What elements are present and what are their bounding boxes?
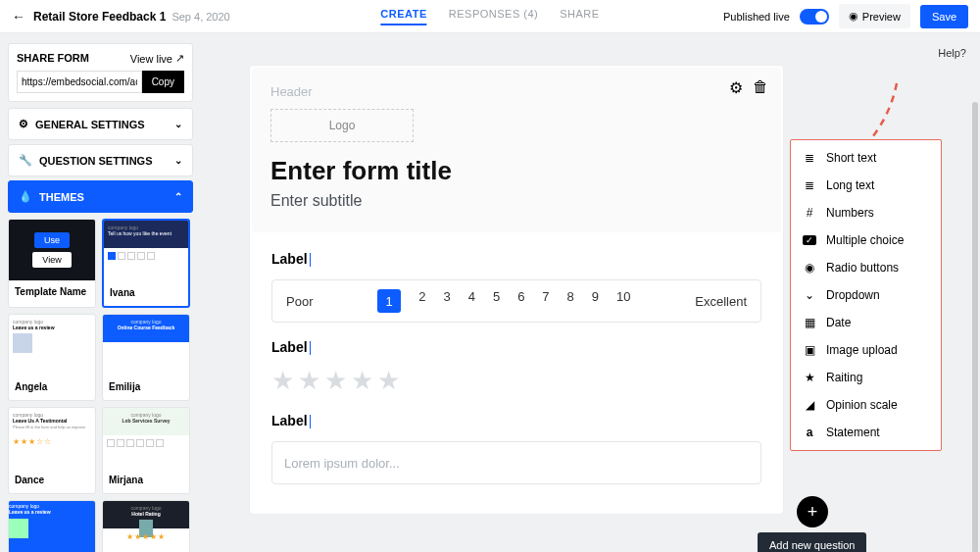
question-rating[interactable]: Label ★ ★ ★ ★ ★ [250,323,783,396]
star-icon[interactable]: ★ [377,366,400,396]
form-card: ⚙ 🗑 Header Logo Enter form title Enter s… [250,66,783,514]
bars-icon: ◢ [803,398,816,412]
long-text-input[interactable]: Lorem ipsum dolor... [271,441,761,484]
short-text-icon: ≣ [803,151,816,165]
theme-card[interactable]: company logoLeave us a review Nevrie [8,500,96,552]
logo-upload-box[interactable]: Logo [270,109,414,142]
scale-option[interactable]: 10 [616,289,630,313]
share-form-panel: SHARE FORM View live ↗ Copy [8,43,193,102]
qtype-numbers[interactable]: #Numbers [791,199,941,226]
scale-option[interactable]: 4 [468,289,475,313]
top-tabs: CREATE RESPONSES (4) SHARE [380,8,599,25]
star-icon: ★ [803,371,816,384]
theme-card[interactable]: company logoLob Services Survey Mirjana [102,407,190,494]
main: SHARE FORM View live ↗ Copy ⚙GENERAL SET… [0,33,980,552]
form-name: Retail Store Feedback 1 [33,10,166,24]
qtype-date[interactable]: ▦Date [791,309,941,336]
theme-name: Mirjana [103,469,189,493]
trash-icon[interactable]: 🗑 [753,78,768,97]
theme-view-button[interactable]: View [32,252,71,268]
scale-option[interactable]: 9 [592,289,599,313]
theme-card[interactable]: Use View Template Name [8,219,96,308]
theme-name: Dance [9,469,95,493]
theme-card[interactable]: company logoHotel Rating ★★★★★ Kiko [102,500,190,552]
star-icon[interactable]: ★ [298,366,320,396]
qtype-multiple-choice[interactable]: ✓Multiple choice [791,226,941,254]
form-date: Sep 4, 2020 [172,11,229,23]
question-label[interactable]: Label [271,251,308,267]
help-link[interactable]: Help? [938,47,966,59]
question-long-text[interactable]: Label Lorem ipsum dolor... [250,396,783,484]
theme-card[interactable]: company logo Leave Us A Testimonial Plea… [8,407,96,494]
add-question-tooltip: Add new question [758,532,866,552]
chevron-down-icon: ⌄ [174,155,182,166]
long-text-icon: ≣ [803,178,816,192]
scale-option[interactable]: 5 [493,289,500,313]
qtype-short-text[interactable]: ≣Short text [791,144,941,172]
question-label[interactable]: Label [271,413,308,428]
qtype-long-text[interactable]: ≣Long text [791,172,941,199]
add-question-fab[interactable]: + [797,496,828,527]
gear-icon[interactable]: ⚙ [729,78,743,97]
qtype-dropdown[interactable]: ⌄Dropdown [791,281,941,309]
topbar: ← Retail Store Feedback 1 Sep 4, 2020 CR… [0,0,980,33]
qtype-rating[interactable]: ★Raiting [791,364,941,391]
image-icon: ▣ [803,343,816,357]
theme-use-button[interactable]: Use [34,232,70,248]
view-live-label: View live [130,53,172,65]
accordion-question-settings[interactable]: 🔧QUESTION SETTINGS ⌄ [8,144,193,176]
star-icon[interactable]: ★ [271,366,294,396]
preview-label: Preview [862,11,901,23]
tab-create[interactable]: CREATE [380,8,426,25]
scrollbar[interactable] [972,102,978,552]
scale-option[interactable]: 3 [443,289,450,313]
view-live-link[interactable]: View live ↗ [130,52,184,65]
scale-option[interactable]: 7 [542,289,549,313]
theme-card[interactable]: company logo Leave us a review Angela [8,314,96,401]
published-live-toggle[interactable] [800,9,829,25]
paint-icon: 💧 [19,190,32,203]
qtype-statement[interactable]: aStatement [791,419,941,446]
scale-numbers: 1 2 3 4 5 6 7 8 9 10 [377,289,630,313]
question-label[interactable]: Label [271,339,308,355]
qtype-image-upload[interactable]: ▣Image upload [791,336,941,364]
form-title-input[interactable]: Enter form title [270,156,762,186]
header-caption: Header [270,84,762,99]
back-arrow-icon[interactable]: ← [12,9,25,25]
rating-stars[interactable]: ★ ★ ★ ★ ★ [271,366,761,396]
hash-icon: # [803,206,816,220]
external-link-icon: ↗ [175,52,184,65]
accordion-general-settings[interactable]: ⚙GENERAL SETTINGS ⌄ [8,108,193,140]
form-subtitle-input[interactable]: Enter subtitle [270,192,762,210]
scale-option[interactable]: 1 [377,289,401,313]
question-type-menu: ≣Short text ≣Long text #Numbers ✓Multipl… [790,139,942,451]
scale-option[interactable]: 8 [567,289,574,313]
copy-button[interactable]: Copy [142,71,184,93]
logo-placeholder: Logo [329,119,356,132]
save-button[interactable]: Save [920,5,968,28]
question-settings-label: QUESTION SETTINGS [39,155,153,167]
themes-grid: Use View Template Name company logoTell … [8,219,193,552]
star-icon[interactable]: ★ [351,366,373,396]
theme-card[interactable]: company logoTell us how you like the eve… [102,219,190,308]
qtype-opinion-scale[interactable]: ◢Opinion scale [791,391,941,419]
opinion-scale-row: Poor 1 2 3 4 5 6 7 8 9 10 Excellent [271,279,761,323]
general-settings-label: GENERAL SETTINGS [35,119,145,130]
wrench-icon: 🔧 [19,154,32,167]
share-url-input[interactable] [17,71,142,93]
qtype-radio-buttons[interactable]: ◉Radio buttons [791,254,941,281]
preview-button[interactable]: ◉ Preview [839,4,910,28]
sidebar: SHARE FORM View live ↗ Copy ⚙GENERAL SET… [0,33,201,552]
tab-responses[interactable]: RESPONSES (4) [449,8,538,25]
scale-option[interactable]: 6 [517,289,524,313]
question-opinion-scale[interactable]: Label Poor 1 2 3 4 5 6 7 8 9 10 [250,234,783,323]
scale-high-label: Excellent [695,294,747,309]
long-text-placeholder: Lorem ipsum dolor... [284,456,400,471]
plus-icon: + [808,502,818,523]
scale-option[interactable]: 2 [418,289,425,313]
star-icon[interactable]: ★ [324,366,347,396]
form-header-block[interactable]: ⚙ 🗑 Header Logo Enter form title Enter s… [252,68,781,232]
theme-card[interactable]: company logoOnline Course Feedback Emili… [102,314,190,401]
accordion-themes[interactable]: 💧THEMES ⌃ [8,180,193,213]
tab-share[interactable]: SHARE [560,8,599,25]
